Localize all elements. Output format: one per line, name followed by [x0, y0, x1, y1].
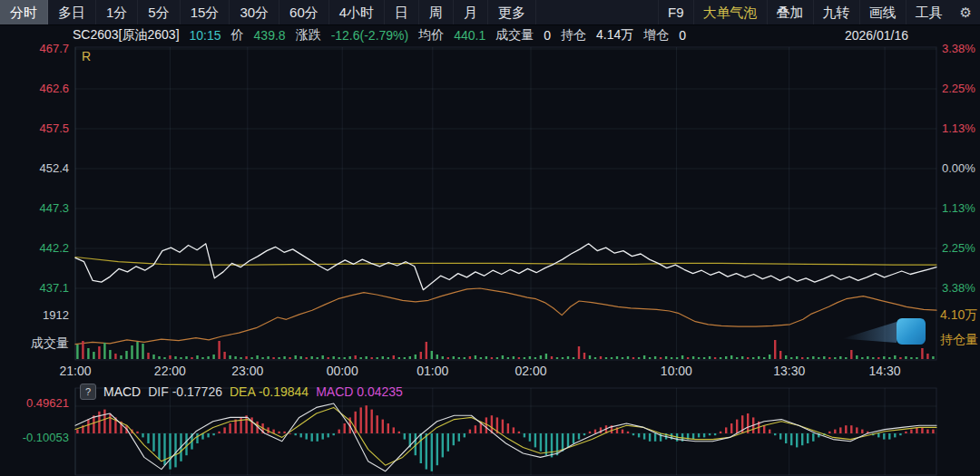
watermark-logo-icon — [897, 318, 926, 345]
help-icon[interactable]: ? — [80, 384, 96, 400]
dea-value: -0.19844 — [259, 384, 309, 399]
macd-label: MACD — [316, 384, 353, 399]
dea-label: DEA — [230, 384, 255, 399]
macd-dif: DIF -0.17726 — [148, 384, 222, 399]
macd-value: 0.04235 — [357, 384, 403, 399]
macd-dea: DEA -0.19844 — [230, 384, 309, 399]
dif-value: -0.17726 — [172, 384, 222, 399]
macd-macd: MACD 0.04235 — [316, 384, 403, 399]
dif-label: DIF — [148, 384, 169, 399]
chart-canvas[interactable] — [0, 0, 980, 476]
macd-header: ? MACD DIF -0.17726 DEA -0.19844 MACD 0.… — [80, 384, 403, 400]
macd-title: MACD — [103, 384, 141, 399]
